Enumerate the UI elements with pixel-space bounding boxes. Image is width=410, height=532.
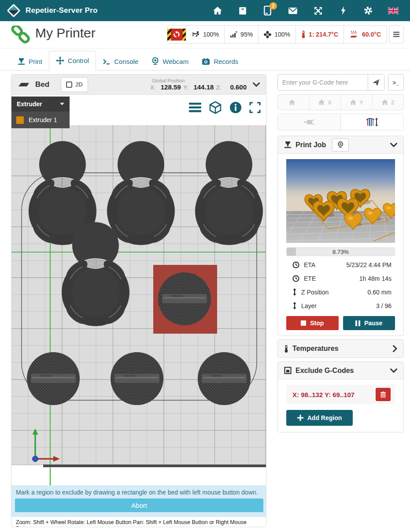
app-title: Repetier-Server Pro [26, 6, 97, 15]
home-all-button[interactable] [278, 95, 309, 110]
open-console-button[interactable]: >_ [388, 74, 404, 91]
updown-arrow-icon [292, 288, 297, 296]
home-icon[interactable] [212, 5, 223, 16]
stop-icon [301, 320, 306, 326]
exclude-gcodes-header[interactable]: Exclude G-Codes [278, 362, 403, 379]
gcode-bar: >_ [277, 74, 404, 91]
exclude-gcodes-card: Exclude G-Codes X: 98..132 Y: 69..107 [277, 361, 404, 432]
trash-icon [380, 391, 386, 398]
menu-icon [393, 32, 399, 37]
delete-region-button[interactable] [376, 388, 391, 401]
messages-icon[interactable] [288, 5, 298, 16]
global-position: Global Position X:128.59 Y:144.18 Z:0.60… [150, 78, 247, 91]
gcode-input[interactable] [278, 74, 368, 90]
printed-puck [27, 352, 80, 405]
progress-label: 8.73% [287, 248, 395, 256]
extruder-temperature[interactable]: 1: 214.7°C [295, 26, 344, 43]
extruder-1-item[interactable]: Extruder 1 [11, 112, 70, 128]
top-navbar: Repetier-Server Pro 2 [0, 0, 410, 21]
checkbox-2d [66, 82, 72, 88]
viewport-toolbar [189, 101, 261, 114]
tab-records[interactable]: Records [195, 52, 245, 71]
thermometer-icon [301, 30, 306, 38]
thermometer-icon [284, 345, 288, 353]
collapse-print-job-chevron-icon[interactable] [390, 143, 397, 147]
print-job-header[interactable]: Print Job [278, 136, 403, 154]
bed-viewport[interactable]: Extruder Extruder 1 [11, 95, 266, 485]
flow-multiplier[interactable]: 95% [224, 26, 258, 43]
fan-icon [264, 31, 271, 38]
server-box-icon[interactable] [237, 5, 248, 16]
temperatures-card: Temperatures [277, 339, 404, 358]
fan-speed[interactable]: 100% [258, 26, 295, 43]
home-y-button[interactable]: Y [340, 95, 372, 110]
fullscreen-icon[interactable] [249, 102, 261, 113]
home-z-button[interactable]: Z [372, 95, 404, 110]
devices-icon[interactable]: 2 [262, 5, 273, 16]
tab-console[interactable]: Console [96, 52, 145, 71]
repetier-logo-icon[interactable] [7, 4, 20, 17]
pause-button[interactable]: Pause [343, 316, 395, 330]
home-buttons: X Y Z [277, 94, 404, 110]
bed-canvas[interactable] [11, 125, 266, 469]
extruder-dropdown[interactable]: Extruder Extruder 1 [11, 97, 70, 128]
expand-temperatures-chevron-icon[interactable] [393, 345, 397, 352]
repetier-server-app: Repetier-Server Pro 2 [0, 0, 410, 532]
tab-print[interactable]: Print [11, 52, 49, 71]
temperatures-header[interactable]: Temperatures [278, 340, 403, 357]
extruder-color-swatch [16, 116, 24, 124]
tab-webcam[interactable]: Webcam [145, 52, 195, 71]
secondary-actions [277, 114, 404, 130]
bed-temperature[interactable]: 60.0°C [344, 26, 386, 43]
flow-icon [230, 31, 237, 38]
collapse-exclude-chevron-icon[interactable] [390, 368, 397, 373]
printed-puck [158, 272, 211, 325]
printer-name: My Printer [35, 26, 96, 41]
webcam-icon [337, 141, 344, 148]
exclude-region-icon [284, 367, 292, 374]
filament-change-button[interactable] [340, 114, 403, 130]
right-sidebar: >_ X Y Z [277, 74, 404, 432]
tab-control[interactable]: Control [49, 51, 96, 71]
printer-header: My Printer 100% [0, 21, 410, 48]
print-job-icon [284, 141, 292, 149]
add-region-button[interactable]: Add Region [286, 410, 353, 426]
updown-arrow-icon [292, 302, 297, 309]
emergency-stop-button[interactable] [167, 26, 186, 43]
settings-icon[interactable] [363, 5, 373, 16]
home-icon [288, 99, 295, 105]
console-icon [103, 59, 111, 65]
pause-icon [355, 320, 360, 326]
plug-icon [303, 119, 315, 126]
print-icon [18, 58, 25, 65]
print-job-card: Print Job [277, 136, 404, 336]
stat-row-layer: Layer 3 / 96 [286, 299, 395, 313]
power-icon[interactable] [338, 5, 348, 16]
stat-row-z-position: Z Position 0.60 mm [286, 285, 395, 299]
clock-icon [292, 261, 299, 268]
layers-menu-icon[interactable] [189, 103, 201, 112]
speed-multiplier[interactable]: 100% [186, 26, 224, 43]
paper-plane-icon [372, 78, 380, 86]
caret-down-icon [60, 103, 64, 105]
plus-icon [297, 415, 303, 421]
preview-webcam-toggle[interactable] [332, 138, 349, 152]
home-x-button[interactable]: X [309, 95, 341, 110]
send-gcode-button[interactable] [368, 74, 384, 90]
collapse-bed-chevron-icon[interactable] [253, 81, 260, 89]
printer-menu-button[interactable] [389, 25, 404, 44]
power-socket-button[interactable] [278, 114, 340, 130]
abort-button[interactable]: Abort [15, 499, 263, 512]
exclude-hint-box: Mark a region to exclude by drawing a re… [11, 485, 266, 517]
heated-bed-icon [349, 30, 359, 38]
expand-arrows-icon[interactable] [313, 5, 323, 16]
stop-button[interactable]: Stop [286, 316, 339, 330]
print-job-title: Print Job [295, 141, 326, 149]
toggle-2d-button[interactable]: 2D [61, 77, 88, 92]
info-icon[interactable] [229, 101, 242, 114]
3d-view-cube-icon[interactable] [209, 101, 222, 114]
speed-icon [192, 31, 200, 38]
crosshair-vertical-extension [50, 469, 51, 485]
language-flag-icon[interactable] [388, 5, 399, 16]
bed-panel-header: Bed 2D Global Position X:128.59 Y:144.18… [11, 74, 266, 95]
